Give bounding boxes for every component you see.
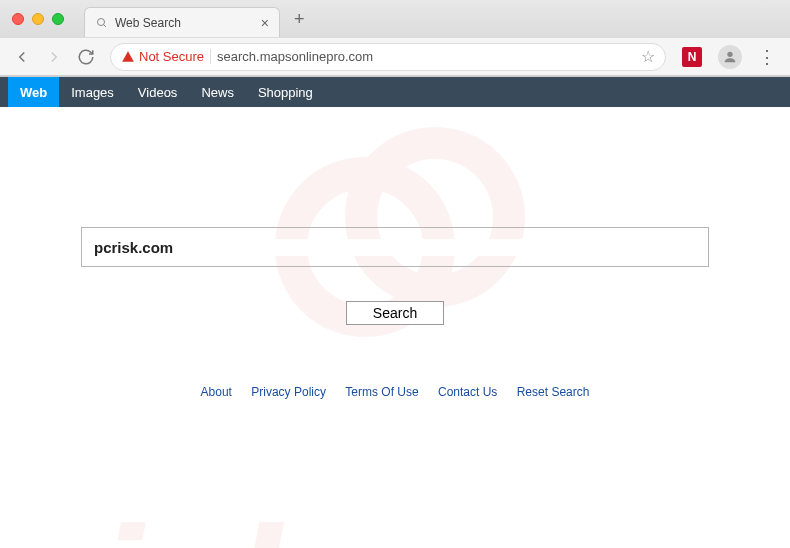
forward-button[interactable] <box>40 43 68 71</box>
tab-news[interactable]: News <box>189 77 246 107</box>
bookmark-star-icon[interactable]: ☆ <box>641 47 655 66</box>
search-area: Search <box>0 107 790 325</box>
page-content: risk.com Web Images Videos News Shopping… <box>0 77 790 399</box>
maximize-window-button[interactable] <box>52 13 64 25</box>
minimize-window-button[interactable] <box>32 13 44 25</box>
tab-title: Web Search <box>115 16 255 30</box>
not-secure-label: Not Secure <box>139 49 204 64</box>
footer-link-reset[interactable]: Reset Search <box>517 385 590 399</box>
search-button[interactable]: Search <box>346 301 444 325</box>
footer-link-about[interactable]: About <box>201 385 232 399</box>
new-tab-button[interactable]: + <box>294 9 305 30</box>
profile-avatar[interactable] <box>718 45 742 69</box>
extension-badge[interactable]: N <box>682 47 702 67</box>
browser-toolbar: Not Secure search.mapsonlinepro.com ☆ N … <box>0 38 790 76</box>
window-controls <box>8 13 72 25</box>
person-icon <box>722 49 738 65</box>
footer-link-privacy[interactable]: Privacy Policy <box>251 385 326 399</box>
tab-videos[interactable]: Videos <box>126 77 190 107</box>
footer-link-terms[interactable]: Terms Of Use <box>345 385 418 399</box>
url-text: search.mapsonlinepro.com <box>217 49 373 64</box>
close-tab-icon[interactable]: × <box>261 15 269 31</box>
search-input[interactable] <box>94 239 696 256</box>
back-button[interactable] <box>8 43 36 71</box>
footer-links: About Privacy Policy Terms Of Use Contac… <box>0 385 790 399</box>
svg-point-2 <box>727 51 732 56</box>
search-icon <box>95 16 109 30</box>
browser-tab[interactable]: Web Search × <box>84 7 280 37</box>
footer-link-contact[interactable]: Contact Us <box>438 385 497 399</box>
warning-icon <box>121 50 135 64</box>
browser-chrome: Web Search × + Not Secure search.mapsonl… <box>0 0 790 77</box>
svg-line-1 <box>104 24 107 27</box>
svg-point-0 <box>98 18 105 25</box>
security-warning[interactable]: Not Secure <box>121 49 211 64</box>
search-box <box>81 227 709 267</box>
tab-bar: Web Search × + <box>0 0 790 38</box>
tab-shopping[interactable]: Shopping <box>246 77 325 107</box>
search-category-tabs: Web Images Videos News Shopping <box>0 77 790 107</box>
reload-button[interactable] <box>72 43 100 71</box>
tab-images[interactable]: Images <box>59 77 126 107</box>
tab-web[interactable]: Web <box>8 77 59 107</box>
browser-menu-button[interactable]: ⋮ <box>752 46 782 68</box>
close-window-button[interactable] <box>12 13 24 25</box>
address-bar[interactable]: Not Secure search.mapsonlinepro.com ☆ <box>110 43 666 71</box>
